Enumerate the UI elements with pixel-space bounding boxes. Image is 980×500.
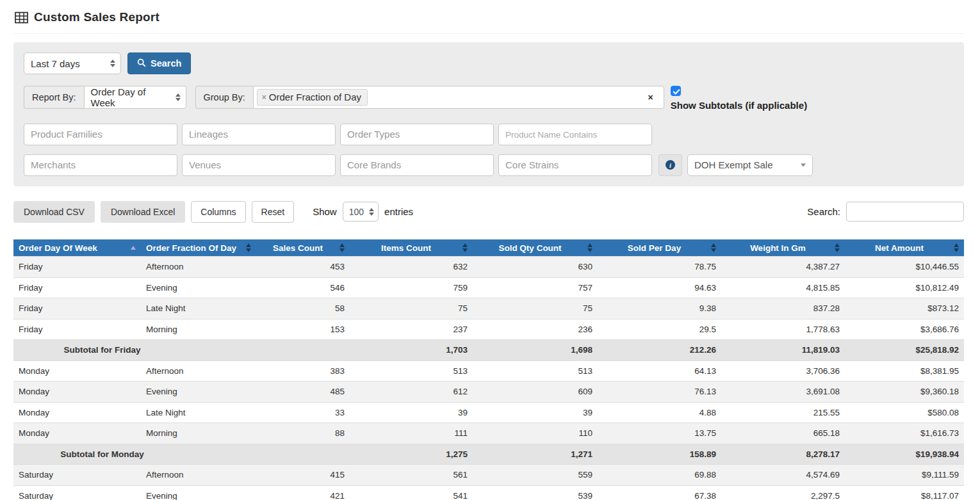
table-cell: $873.12 xyxy=(845,298,964,319)
table-cell: Morning xyxy=(141,319,256,340)
group-by-tag[interactable]: × Order Fraction of Day xyxy=(257,89,368,106)
date-range-select[interactable]: Last 7 days xyxy=(24,52,121,74)
column-header-items-count[interactable]: Items Count xyxy=(350,239,473,257)
core-brands-input[interactable] xyxy=(340,154,494,176)
column-header-sold-per-day[interactable]: Sold Per Day xyxy=(598,239,721,257)
doh-info-button[interactable]: i xyxy=(658,154,682,176)
table-row: MondayMorning8811111013.75665.18$1,616.7… xyxy=(13,423,964,444)
table-cell: Friday xyxy=(13,257,141,278)
table-cell: 39 xyxy=(350,402,473,423)
group-by-label: Group By: xyxy=(195,86,253,109)
column-label: Net Amount xyxy=(875,243,924,253)
select-arrows-icon xyxy=(176,93,181,101)
table-cell: 513 xyxy=(473,360,598,382)
table-cell: 665.18 xyxy=(721,423,845,444)
order-types-input[interactable] xyxy=(340,124,494,145)
table-cell: 39 xyxy=(473,402,598,423)
sort-both-icon xyxy=(954,243,959,252)
table-cell: Monday xyxy=(13,423,141,444)
table-cell: Evening xyxy=(141,382,256,403)
table-cell: 88 xyxy=(256,423,350,444)
venues-input[interactable] xyxy=(182,154,336,176)
column-header-order-fraction-of-day[interactable]: Order Fraction Of Day xyxy=(141,239,256,257)
remove-tag-icon[interactable]: × xyxy=(262,93,266,102)
table-row: FridayEvening54675975794.634,815.85$10,8… xyxy=(13,277,964,298)
reset-button[interactable]: Reset xyxy=(252,201,295,223)
page-header: Custom Sales Report xyxy=(13,0,964,34)
search-button-label: Search xyxy=(151,58,181,69)
merchants-input[interactable] xyxy=(24,154,177,176)
report-by-value: Order Day of Week xyxy=(91,86,168,108)
column-header-order-day-of-week[interactable]: Order Day Of Week xyxy=(13,239,141,257)
subtotal-label: Subtotal for Friday xyxy=(13,340,256,361)
column-label: Order Day Of Week xyxy=(19,243,97,253)
filter-row-2: Report By: Order Day of Week Group By: ×… xyxy=(24,86,954,112)
subtotal-cell: 11,819.03 xyxy=(721,340,845,361)
sort-both-icon xyxy=(711,243,716,252)
table-cell: 29.5 xyxy=(598,319,721,340)
table-cell: $9,111.59 xyxy=(845,465,964,486)
show-entries: Show 100 entries xyxy=(313,202,413,222)
column-header-net-amount[interactable]: Net Amount xyxy=(845,239,964,257)
search-button[interactable]: Search xyxy=(127,52,191,74)
doh-exempt-select[interactable]: DOH Exempt Sale xyxy=(687,154,813,176)
table-cell: 215.55 xyxy=(721,402,845,423)
table-cell: 383 xyxy=(256,360,350,382)
table-cell: Morning xyxy=(141,423,256,444)
subtotal-row: Subtotal for Monday1,2751,271158.898,278… xyxy=(13,444,964,465)
table-cell: Monday xyxy=(13,360,141,382)
column-header-weight-in-gm[interactable]: Weight In Gm xyxy=(721,239,845,257)
table-cell: Afternoon xyxy=(141,360,256,382)
core-strains-input[interactable] xyxy=(498,154,652,176)
product-families-input[interactable] xyxy=(24,124,177,145)
subtotal-cell: 212.26 xyxy=(598,340,721,361)
table-cell: 539 xyxy=(473,485,598,500)
entries-label: entries xyxy=(384,206,413,217)
table-cell: 421 xyxy=(256,485,350,500)
table-cell: 759 xyxy=(350,277,473,298)
table-search-input[interactable] xyxy=(846,202,964,222)
filter-row-4: i DOH Exempt Sale xyxy=(24,154,954,176)
table-cell: 111 xyxy=(350,423,473,444)
column-header-sales-count[interactable]: Sales Count xyxy=(256,239,350,257)
table-cell: 13.75 xyxy=(598,423,721,444)
sort-both-icon xyxy=(587,243,592,252)
table-cell: 561 xyxy=(350,465,473,486)
lineages-input[interactable] xyxy=(182,124,336,145)
columns-button[interactable]: Columns xyxy=(191,201,245,223)
download-excel-button[interactable]: Download Excel xyxy=(101,201,185,223)
table-search-label: Search: xyxy=(807,206,840,217)
table-cell: Afternoon xyxy=(141,465,256,486)
table-cell: Evening xyxy=(141,485,256,500)
table-cell: 415 xyxy=(256,465,350,486)
clear-group-by-icon[interactable]: × xyxy=(646,91,656,104)
table-cell: 559 xyxy=(473,465,598,486)
doh-exempt-value: DOH Exempt Sale xyxy=(694,159,773,170)
table-cell: 630 xyxy=(473,257,598,278)
download-csv-button[interactable]: Download CSV xyxy=(13,201,95,223)
subtotal-cell: 1,698 xyxy=(473,340,598,361)
product-name-contains-input[interactable] xyxy=(498,124,652,145)
table-cell: 94.63 xyxy=(598,277,721,298)
subtotal-cell xyxy=(256,444,350,465)
table-cell: Evening xyxy=(141,277,256,298)
table-row: MondayAfternoon38351351364.133,706.36$8,… xyxy=(13,360,964,382)
report-by-select[interactable]: Order Day of Week xyxy=(84,86,186,109)
table-row: MondayEvening48561260976.133,691.08$9,36… xyxy=(13,382,964,403)
table-cell: 78.75 xyxy=(598,257,721,278)
column-label: Sold Per Day xyxy=(628,243,681,253)
subtotal-label: Subtotal for Monday xyxy=(13,444,256,465)
group-by-input[interactable]: × Order Fraction of Day × xyxy=(253,86,664,109)
show-subtotals-checkbox[interactable] xyxy=(671,86,681,96)
table-cell: $9,360.18 xyxy=(845,382,964,403)
table-cell: 485 xyxy=(256,382,350,403)
table-cell: Friday xyxy=(13,298,141,319)
table-cell: $10,446.55 xyxy=(845,257,964,278)
table-row: SaturdayEvening42154153967.382,297.5$8,1… xyxy=(13,485,964,500)
group-by-group: Group By: × Order Fraction of Day × xyxy=(195,86,664,109)
entries-per-page-select[interactable]: 100 xyxy=(343,202,379,222)
table-cell: 64.13 xyxy=(598,360,721,382)
column-header-sold-qty-count[interactable]: Sold Qty Count xyxy=(473,239,598,257)
column-label: Weight In Gm xyxy=(750,243,806,253)
show-subtotals-label: Show Subtotals (if applicable) xyxy=(671,100,807,112)
